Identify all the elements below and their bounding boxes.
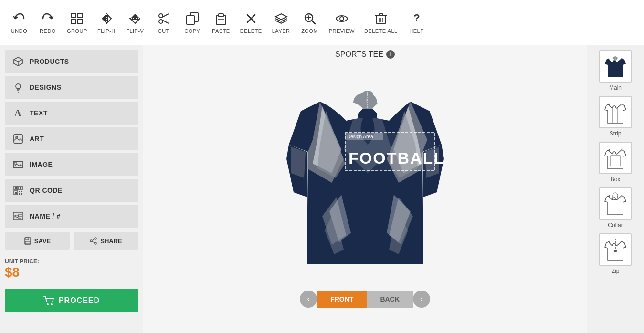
svg-text:FOOTBALL: FOOTBALL xyxy=(348,149,444,167)
canvas-area: SPORTS TEE i xyxy=(143,45,587,333)
svg-point-39 xyxy=(16,84,21,89)
sidebar: PRODUCTS DESIGNS A TEXT xyxy=(0,45,143,333)
svg-point-71 xyxy=(47,303,49,305)
undo-icon xyxy=(11,11,27,26)
svg-line-38 xyxy=(18,60,22,62)
text-icon: A xyxy=(12,107,24,119)
thumb-main[interactable]: Main xyxy=(599,50,632,91)
delete-icon xyxy=(243,11,259,26)
svg-rect-54 xyxy=(19,191,20,192)
info-icon[interactable]: i xyxy=(386,50,395,59)
jersey-canvas[interactable]: Design Area FOOTBALL xyxy=(274,63,456,283)
svg-marker-8 xyxy=(131,14,139,18)
save-icon xyxy=(24,237,32,245)
svg-line-69 xyxy=(92,239,95,240)
thumb-strip[interactable]: Strip xyxy=(599,96,632,137)
scissors-icon xyxy=(156,11,171,26)
preview-button[interactable]: PREVIEW xyxy=(324,7,359,38)
sidebar-item-products[interactable]: PRODUCTS xyxy=(5,50,138,73)
thumb-box-box[interactable] xyxy=(599,142,632,174)
delete-all-button[interactable]: DELETE ALL xyxy=(359,7,402,38)
bulb-icon xyxy=(12,82,24,93)
sidebar-item-qr-code[interactable]: QR CODE xyxy=(5,179,138,202)
svg-rect-57 xyxy=(21,193,22,195)
thumb-zip-box[interactable] xyxy=(599,233,632,266)
delete-button[interactable]: DELETE xyxy=(235,7,267,38)
svg-rect-83 xyxy=(614,250,617,252)
thumb-collar-box[interactable] xyxy=(599,187,632,220)
flip-h-icon xyxy=(99,11,114,26)
undo-button[interactable]: UNDO xyxy=(5,7,33,38)
thumb-main-box[interactable] xyxy=(599,50,632,83)
svg-marker-22 xyxy=(275,14,287,20)
help-button[interactable]: ? HELP xyxy=(402,7,431,38)
image-icon xyxy=(12,159,24,170)
right-panel: Main Strip Box xyxy=(587,45,644,333)
sidebar-item-image[interactable]: IMAGE xyxy=(5,153,138,176)
svg-marker-5 xyxy=(102,15,106,22)
svg-rect-3 xyxy=(78,20,82,24)
svg-rect-17 xyxy=(219,14,223,17)
toolbar: UNDO REDO GROUP FLIP-H xyxy=(0,0,644,45)
group-icon xyxy=(69,11,84,26)
svg-rect-81 xyxy=(611,156,620,166)
copy-button[interactable]: COPY xyxy=(178,7,207,38)
product-title: SPORTS TEE i xyxy=(335,50,395,59)
svg-marker-9 xyxy=(131,20,139,23)
thumb-box-label: Box xyxy=(611,176,621,183)
back-view-button[interactable]: BACK xyxy=(367,291,412,308)
cube-icon xyxy=(12,56,24,67)
svg-line-37 xyxy=(14,60,18,62)
cut-button[interactable]: CUT xyxy=(149,7,178,38)
svg-point-66 xyxy=(95,238,96,239)
paste-button[interactable]: PASTE xyxy=(207,7,235,38)
share-icon xyxy=(90,237,97,245)
flip-v-icon xyxy=(127,11,143,26)
zoom-icon xyxy=(302,11,317,26)
svg-rect-53 xyxy=(15,192,17,194)
thumb-strip-box[interactable] xyxy=(599,96,632,128)
share-button[interactable]: SHARE xyxy=(74,232,138,250)
thumb-collar-label: Collar xyxy=(608,222,623,229)
svg-point-67 xyxy=(95,242,96,244)
save-button[interactable]: SAVE xyxy=(5,232,70,250)
help-icon: ? xyxy=(409,11,424,26)
svg-rect-55 xyxy=(21,191,22,192)
sidebar-item-text[interactable]: A TEXT xyxy=(5,102,138,125)
svg-text:A: A xyxy=(14,108,21,118)
group-button[interactable]: GROUP xyxy=(62,7,92,38)
flip-h-button[interactable]: FLIP-H xyxy=(92,7,121,38)
thumb-zip[interactable]: Zip xyxy=(599,233,632,274)
redo-icon xyxy=(40,11,55,26)
thumb-zip-label: Zip xyxy=(612,268,620,274)
sidebar-item-designs[interactable]: DESIGNS xyxy=(5,76,138,99)
svg-rect-2 xyxy=(72,20,76,24)
layer-button[interactable]: LAYER xyxy=(267,7,296,38)
jersey-svg: Design Area FOOTBALL xyxy=(274,63,456,283)
thumb-collar[interactable]: Collar xyxy=(599,187,632,229)
redo-button[interactable]: REDO xyxy=(33,7,62,38)
prev-arrow[interactable]: ‹ xyxy=(300,291,317,308)
svg-rect-0 xyxy=(72,13,76,18)
flip-v-button[interactable]: FLIP-V xyxy=(121,7,149,38)
name-icon: 53 xyxy=(12,210,24,222)
svg-point-68 xyxy=(90,240,92,242)
svg-text:Design Area: Design Area xyxy=(347,134,373,139)
sidebar-item-name[interactable]: 53 NAME / # xyxy=(5,205,138,228)
svg-rect-47 xyxy=(14,162,16,164)
svg-rect-15 xyxy=(187,16,194,24)
thumb-box[interactable]: Box xyxy=(599,142,632,183)
svg-point-27 xyxy=(340,17,344,21)
layer-icon xyxy=(274,11,289,26)
sidebar-item-art[interactable]: ART xyxy=(5,127,138,150)
front-view-button[interactable]: FRONT xyxy=(317,291,367,308)
zoom-button[interactable]: ZOOM xyxy=(296,7,324,38)
next-arrow[interactable]: › xyxy=(413,291,430,308)
svg-rect-30 xyxy=(379,14,383,16)
svg-rect-1 xyxy=(78,13,82,18)
svg-line-70 xyxy=(92,241,95,243)
svg-rect-56 xyxy=(19,193,20,195)
copy-icon xyxy=(185,11,200,26)
proceed-button[interactable]: PROCEED xyxy=(5,289,138,312)
thumb-main-label: Main xyxy=(609,84,622,91)
